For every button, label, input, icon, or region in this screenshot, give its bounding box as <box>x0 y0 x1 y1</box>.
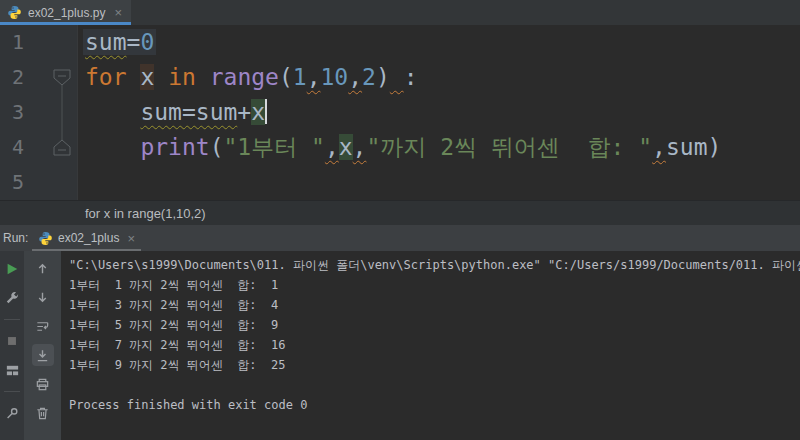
code-line[interactable]: print("1부터 ",x,"까지 2씩 뛰어센 합: ",sum) <box>85 130 800 165</box>
wrench-icon <box>5 291 20 306</box>
code-token <box>85 134 140 160</box>
toolbar-separator <box>4 319 20 320</box>
context-line-text: for x in range(1,10,2) <box>85 206 206 221</box>
highlighted-range: sum=0 <box>83 29 156 55</box>
python-icon <box>38 231 53 246</box>
pycharm-window: ex02_1plus.py × 12345 sum=0for x in rang… <box>0 0 800 440</box>
code-token: print <box>140 134 209 160</box>
code-area[interactable]: sum=0for x in range(1,10,2) : sum=sum+x … <box>78 25 800 200</box>
trash-icon <box>35 406 50 421</box>
code-token: sum <box>666 134 708 160</box>
play-icon <box>5 262 19 276</box>
python-icon <box>7 5 22 20</box>
clear-console-button[interactable] <box>32 402 54 424</box>
up-stack-trace-button[interactable] <box>32 257 54 279</box>
settings-button[interactable] <box>1 287 23 309</box>
code-token: "까지 2씩 뛰어센 합: " <box>366 134 652 160</box>
editor: 12345 sum=0for x in range(1,10,2) : sum=… <box>0 25 800 200</box>
arrow-down-icon <box>35 290 50 305</box>
code-token: 10 <box>321 64 349 90</box>
code-token: x <box>339 134 353 160</box>
code-line[interactable]: sum=0 <box>85 25 800 60</box>
editor-tab-ex02_1plus[interactable]: ex02_1plus.py × <box>0 0 131 25</box>
code-token: x <box>140 64 154 90</box>
run-tab-title: ex02_1plus <box>58 231 119 245</box>
code-token: , <box>325 134 339 160</box>
text-caret <box>265 99 267 124</box>
scroll-end-icon <box>35 348 50 363</box>
code-token: "1부터 " <box>224 134 325 160</box>
editor-tab-title: ex02_1plus.py <box>28 6 105 20</box>
toolbar-separator <box>4 391 20 392</box>
run-console-panel: "C:\Users\s1999\Documents\011. 파이썬 폴더\ve… <box>0 251 800 440</box>
editor-gutter[interactable]: 12345 <box>0 25 78 200</box>
code-token: = <box>127 29 141 55</box>
code-line[interactable]: for x in range(1,10,2) : <box>85 60 800 95</box>
down-stack-trace-button[interactable] <box>32 286 54 308</box>
code-token: 2 <box>362 64 376 90</box>
code-token: ( <box>279 64 293 90</box>
console-line: Process finished with exit code 0 <box>69 395 800 415</box>
code-token: ) <box>708 134 722 160</box>
code-token: ) <box>376 64 390 90</box>
close-icon[interactable]: × <box>127 231 135 246</box>
code-token: x <box>251 99 265 125</box>
run-panel-header: Run: ex02_1plus × <box>0 225 800 251</box>
console-line: 1부터 5 까지 2씩 뛰어센 합: 9 <box>69 315 800 335</box>
code-token: sum <box>85 29 127 55</box>
layout-icon <box>5 363 20 378</box>
close-icon[interactable]: × <box>114 5 122 20</box>
pin-tab-button[interactable] <box>1 402 23 424</box>
code-token <box>154 64 168 90</box>
code-token: : <box>404 64 418 90</box>
code-token: 0 <box>140 29 154 55</box>
code-token: ( <box>210 134 224 160</box>
code-token <box>85 99 140 125</box>
arrow-up-icon <box>35 261 50 276</box>
code-token: sum=sum <box>140 99 237 125</box>
run-label: Run: <box>3 231 30 245</box>
code-line[interactable] <box>85 165 800 200</box>
fold-markers[interactable] <box>0 25 78 200</box>
code-token <box>390 64 404 90</box>
code-token <box>127 64 141 90</box>
code-token: + <box>237 99 251 125</box>
code-token: , <box>348 64 362 90</box>
scroll-to-end-button[interactable] <box>32 344 54 366</box>
console-output[interactable]: "C:\Users\s1999\Documents\011. 파이썬 폴더\ve… <box>61 251 800 440</box>
run-toolbar <box>0 251 24 440</box>
editor-tab-bar: ex02_1plus.py × <box>0 0 800 25</box>
code-token: in <box>168 64 196 90</box>
console-line: 1부터 1 까지 2씩 뛰어센 합: 1 <box>69 275 800 295</box>
run-tab-ex02_1plus[interactable]: ex02_1plus × <box>30 225 143 251</box>
console-toolbar <box>24 251 61 440</box>
rerun-button[interactable] <box>1 258 23 280</box>
code-token: , <box>307 64 321 90</box>
stop-button[interactable] <box>1 330 23 352</box>
context-breadcrumb-bar[interactable]: for x in range(1,10,2) <box>0 200 800 225</box>
code-token: for <box>85 64 127 90</box>
soft-wrap-icon <box>35 319 50 334</box>
code-token: 1 <box>293 64 307 90</box>
printer-icon <box>35 377 50 392</box>
console-line: 1부터 9 까지 2씩 뛰어센 합: 25 <box>69 355 800 375</box>
console-line: 1부터 3 까지 2씩 뛰어센 합: 4 <box>69 295 800 315</box>
print-button[interactable] <box>32 373 54 395</box>
code-token <box>196 64 210 90</box>
code-token: , <box>652 134 666 160</box>
code-token: range <box>210 64 279 90</box>
pin-icon <box>5 406 20 421</box>
code-token: , <box>353 134 367 160</box>
stop-icon <box>5 334 19 348</box>
console-line: 1부터 7 까지 2씩 뛰어센 합: 16 <box>69 335 800 355</box>
console-line <box>69 375 800 395</box>
code-line[interactable]: sum=sum+x <box>85 95 800 130</box>
console-line: "C:\Users\s1999\Documents\011. 파이썬 폴더\ve… <box>69 255 800 275</box>
restore-layout-button[interactable] <box>1 359 23 381</box>
soft-wrap-button[interactable] <box>32 315 54 337</box>
